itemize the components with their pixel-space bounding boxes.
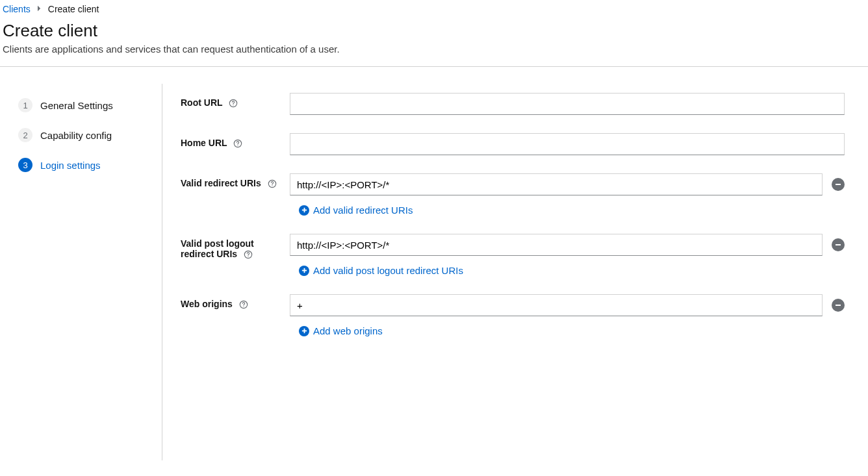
help-icon[interactable] — [229, 99, 238, 108]
valid-post-logout-redirect-uris-input[interactable] — [290, 234, 823, 256]
content: 1 General Settings 2 Capability config 3… — [0, 67, 868, 460]
svg-point-5 — [272, 186, 272, 186]
step-capability-config[interactable]: 2 Capability config — [18, 123, 151, 147]
home-url-input[interactable] — [290, 133, 845, 155]
svg-rect-13 — [301, 270, 306, 271]
add-link-label: Add valid redirect URIs — [313, 205, 413, 216]
add-link-label: Add valid post logout redirect URIs — [313, 265, 463, 276]
add-link-label: Add web origins — [313, 325, 383, 336]
page-title: Create client — [3, 21, 865, 41]
step-number: 1 — [18, 98, 32, 112]
step-label: General Settings — [40, 100, 113, 111]
plus-icon — [299, 266, 309, 276]
step-number: 2 — [18, 128, 32, 142]
plus-icon — [299, 326, 309, 336]
form-row-home-url: Home URL — [181, 133, 845, 155]
step-label: Capability config — [40, 130, 112, 141]
page-description: Clients are applications and services th… — [3, 44, 865, 55]
svg-point-15 — [243, 307, 244, 307]
valid-redirect-uris-input[interactable] — [290, 173, 823, 195]
svg-point-1 — [233, 105, 234, 106]
form-area: Root URL Home URL — [162, 84, 868, 460]
root-url-input[interactable] — [290, 93, 845, 115]
form-row-web-origins: Web origins Add web origins — [181, 294, 845, 336]
add-valid-post-logout-redirect-uris-button[interactable]: Add valid post logout redirect URIs — [299, 265, 463, 276]
help-icon[interactable] — [244, 250, 253, 259]
remove-button[interactable] — [832, 178, 845, 191]
breadcrumb-current: Create client — [48, 4, 99, 14]
svg-rect-8 — [301, 210, 306, 211]
svg-rect-6 — [836, 184, 841, 185]
step-number: 3 — [18, 158, 32, 172]
remove-button[interactable] — [832, 299, 845, 312]
valid-redirect-uris-label: Valid redirect URIs — [181, 178, 261, 188]
help-icon[interactable] — [268, 179, 277, 188]
wizard-stepper: 1 General Settings 2 Capability config 3… — [0, 84, 162, 460]
valid-post-logout-redirect-uris-label: Valid post logout redirect URIs — [181, 238, 254, 259]
svg-rect-11 — [836, 244, 841, 245]
remove-button[interactable] — [832, 238, 845, 251]
form-row-valid-redirect-uris: Valid redirect URIs Add valid redirect — [181, 173, 845, 216]
home-url-label: Home URL — [181, 138, 227, 148]
page-header: Create client Clients are applications a… — [0, 18, 868, 66]
step-general-settings[interactable]: 1 General Settings — [18, 93, 151, 118]
help-icon[interactable] — [239, 300, 248, 309]
svg-point-3 — [238, 145, 238, 146]
svg-rect-16 — [836, 305, 841, 306]
add-web-origins-button[interactable]: Add web origins — [299, 325, 383, 336]
plus-icon — [299, 205, 309, 216]
svg-point-10 — [248, 257, 249, 257]
form-row-root-url: Root URL — [181, 93, 845, 115]
breadcrumb-parent-link[interactable]: Clients — [3, 4, 31, 14]
web-origins-input[interactable] — [290, 294, 823, 316]
step-label: Login settings — [40, 160, 101, 171]
help-icon[interactable] — [233, 139, 242, 148]
svg-rect-18 — [301, 331, 306, 332]
step-login-settings[interactable]: 3 Login settings — [18, 153, 151, 177]
chevron-right-icon — [37, 5, 42, 13]
web-origins-label: Web origins — [181, 299, 233, 309]
breadcrumb: Clients Create client — [0, 0, 868, 18]
root-url-label: Root URL — [181, 97, 223, 108]
form-row-valid-post-logout-redirect-uris: Valid post logout redirect URIs Add val — [181, 234, 845, 276]
add-valid-redirect-uris-button[interactable]: Add valid redirect URIs — [299, 205, 413, 216]
